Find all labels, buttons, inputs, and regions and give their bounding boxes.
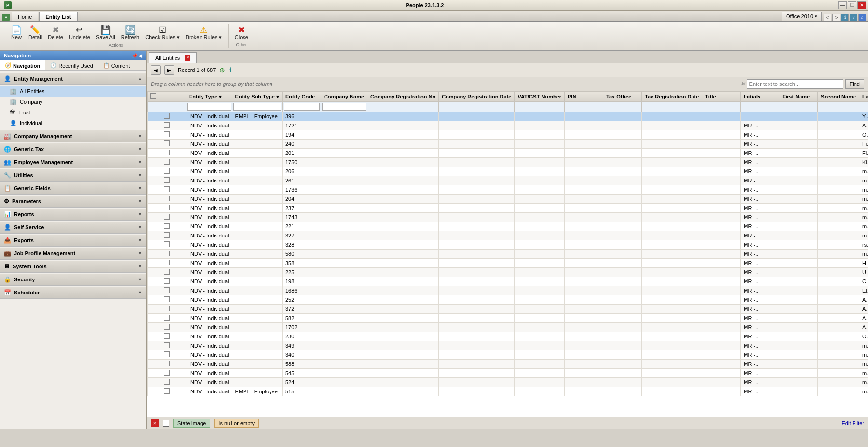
row-checkbox[interactable] bbox=[164, 351, 170, 357]
nav-section-header-company-management[interactable]: 🏭 Company Management ▼ bbox=[0, 130, 146, 142]
bottom-checkbox[interactable] bbox=[163, 420, 169, 427]
table-row[interactable]: INDV - Individual 198 MR -... C... bbox=[148, 277, 868, 286]
table-row[interactable]: INDV - Individual 372 MR -... A... bbox=[148, 305, 868, 314]
maximize-button[interactable]: ❐ bbox=[848, 1, 856, 9]
nav-section-header-employee-management[interactable]: 👥 Employee Management ▼ bbox=[0, 156, 146, 168]
nav-tab-recently-used[interactable]: 🕐Recently Used bbox=[45, 60, 98, 70]
undelete-button[interactable]: ↩ Undelete bbox=[67, 24, 93, 42]
table-row[interactable]: INDV - Individual 240 MR -... Fi... bbox=[148, 140, 868, 149]
row-checkbox[interactable] bbox=[164, 324, 170, 330]
nav-section-header-generic-fields[interactable]: 📋 Generic Fields ▼ bbox=[0, 182, 146, 195]
check-rules-button[interactable]: ☑ Check Rules ▾ bbox=[143, 24, 182, 42]
row-checkbox[interactable] bbox=[164, 113, 170, 119]
nav-tab-content[interactable]: 📋Content bbox=[98, 60, 136, 70]
table-row[interactable]: INDV - Individual 1750 MR -... Ki... bbox=[148, 158, 868, 167]
table-row[interactable]: INDV - Individual 524 MR -... m... bbox=[148, 378, 868, 387]
content-tab-close-button[interactable]: ✕ bbox=[185, 55, 190, 61]
row-checkbox[interactable] bbox=[164, 223, 170, 229]
find-button[interactable]: Find bbox=[845, 79, 864, 89]
th-vat-gst[interactable]: VAT/GST Number bbox=[515, 92, 565, 102]
nav-section-header-entity-management[interactable]: 👤 Entity Management ▲ bbox=[0, 73, 146, 85]
nav-tab-navigation[interactable]: 🧭Navigation bbox=[0, 60, 45, 70]
th-company-reg-date[interactable]: Company Registration Date bbox=[439, 92, 515, 102]
row-checkbox[interactable] bbox=[164, 306, 170, 311]
table-row[interactable]: INDV - Individual 221 MR -... m... bbox=[148, 222, 868, 231]
nav-item-individual[interactable]: 👤 Individual bbox=[0, 118, 146, 128]
row-checkbox[interactable] bbox=[164, 315, 170, 321]
row-checkbox[interactable] bbox=[164, 287, 170, 293]
row-checkbox[interactable] bbox=[164, 186, 170, 192]
table-row[interactable]: INDV - Individual 327 MR -... m... bbox=[148, 231, 868, 240]
tab-entity-list[interactable]: Entity List bbox=[39, 12, 77, 21]
delete-button[interactable]: ✖ Delete bbox=[45, 24, 66, 42]
row-checkbox[interactable] bbox=[164, 260, 170, 265]
table-row[interactable]: INDV - Individual 340 MR -... m... bbox=[148, 350, 868, 360]
nav-item-trust[interactable]: 🏛 Trust bbox=[0, 107, 146, 118]
table-row[interactable]: INDV - Individual 206 MR -... m... bbox=[148, 167, 868, 176]
detail-button[interactable]: ✏️ Detail bbox=[26, 24, 44, 42]
nav-collapse-button[interactable]: ◀ bbox=[138, 53, 142, 58]
table-row[interactable]: INDV - Individual 545 MR -... m... bbox=[148, 369, 868, 378]
th-last-name[interactable]: Last N bbox=[859, 92, 868, 102]
table-row[interactable]: INDV - Individual 252 MR -... A... bbox=[148, 295, 868, 305]
table-row[interactable]: INDV - Individual 204 MR -... m... bbox=[148, 195, 868, 204]
close-window-button[interactable]: ✕ bbox=[857, 1, 866, 9]
filter-sub-type[interactable] bbox=[232, 102, 282, 112]
row-checkbox[interactable] bbox=[164, 232, 170, 238]
nav-section-header-parameters[interactable]: ⚙ Parameters ▼ bbox=[0, 196, 146, 208]
table-row[interactable]: INDV - Individual 237 MR -... m... bbox=[148, 204, 868, 213]
filter-entity-type[interactable] bbox=[186, 102, 232, 112]
row-checkbox[interactable] bbox=[164, 122, 170, 128]
row-checkbox[interactable] bbox=[164, 278, 170, 284]
refresh-button[interactable]: 🔄 Refresh bbox=[119, 24, 142, 42]
table-row[interactable]: INDV - Individual 588 MR -... m... bbox=[148, 360, 868, 369]
row-checkbox[interactable] bbox=[164, 196, 170, 201]
th-tax-office[interactable]: Tax Office bbox=[603, 92, 642, 102]
table-row[interactable]: INDV - Individual 358 MR -... H... bbox=[148, 259, 868, 268]
th-selector[interactable] bbox=[148, 92, 186, 102]
nav-section-header-scheduler[interactable]: 📅 Scheduler ▼ bbox=[0, 287, 146, 299]
row-checkbox[interactable] bbox=[164, 269, 170, 275]
row-checkbox[interactable] bbox=[164, 333, 170, 339]
th-second-name[interactable]: Second Name bbox=[818, 92, 859, 102]
th-entity-type[interactable]: Entity Type ▾ bbox=[186, 92, 232, 102]
nav-back-button[interactable]: ◁ bbox=[824, 14, 831, 21]
table-row[interactable]: INDV - Individual 580 MR -... m... bbox=[148, 250, 868, 259]
table-row[interactable]: INDV - Individual 201 MR -... Fi... bbox=[148, 149, 868, 158]
th-pin[interactable]: PIN bbox=[565, 92, 603, 102]
broken-rules-button[interactable]: ⚠ Broken Rules ▾ bbox=[183, 24, 224, 42]
th-initials[interactable]: Initials bbox=[741, 92, 779, 102]
state-image-badge[interactable]: State Image bbox=[173, 419, 210, 428]
nav-section-header-self-service[interactable]: 👤 Self Service ▼ bbox=[0, 222, 146, 234]
th-company-reg-no[interactable]: Company Registration No bbox=[367, 92, 439, 102]
nav-section-header-job-profile-management[interactable]: 💼 Job Profile Management ▼ bbox=[0, 248, 146, 260]
row-checkbox[interactable] bbox=[164, 370, 170, 376]
row-checkbox[interactable] bbox=[164, 150, 170, 155]
nav-section-header-system-tools[interactable]: 🖥 System Tools ▼ bbox=[0, 261, 146, 273]
row-checkbox[interactable] bbox=[164, 342, 170, 348]
clear-search-button[interactable]: ✕ bbox=[740, 81, 745, 87]
tab-home[interactable]: Home bbox=[12, 12, 38, 21]
nav-pin-button[interactable]: 📌 bbox=[132, 53, 137, 58]
nav-item-company[interactable]: 🏢 Company bbox=[0, 97, 146, 107]
th-company-name[interactable]: Company Name bbox=[321, 92, 367, 102]
row-checkbox[interactable] bbox=[164, 379, 170, 385]
table-row[interactable]: INDV - Individual 349 MR -... m... bbox=[148, 341, 868, 350]
table-row[interactable]: INDV - Individual 1721 MR -... A... bbox=[148, 121, 868, 130]
row-checkbox[interactable] bbox=[164, 388, 170, 394]
nav-section-header-utilities[interactable]: 🔧 Utilities ▼ bbox=[0, 169, 146, 182]
content-tab-all-entities[interactable]: All Entities ✕ bbox=[149, 52, 197, 63]
th-first-name[interactable]: First Name bbox=[779, 92, 818, 102]
help-button[interactable]: ? bbox=[850, 14, 857, 21]
info-button[interactable]: ℹ bbox=[841, 14, 849, 21]
table-row[interactable]: INDV - Individual 1736 MR -... m... bbox=[148, 185, 868, 195]
table-row[interactable]: INDV - Individual 1743 MR -... m... bbox=[148, 213, 868, 222]
select-all-checkbox[interactable] bbox=[150, 93, 156, 99]
nav-section-header-security[interactable]: 🔒 Security ▼ bbox=[0, 274, 146, 286]
th-entity-sub-type[interactable]: Entity Sub Type ▾ bbox=[232, 92, 282, 102]
filter-company[interactable] bbox=[321, 102, 367, 112]
nav-section-header-generic-tax[interactable]: 🌐 Generic Tax ▼ bbox=[0, 143, 146, 155]
record-prev-button[interactable]: ◀ bbox=[151, 65, 161, 75]
nav-section-header-reports[interactable]: 📊 Reports ▼ bbox=[0, 209, 146, 221]
table-row[interactable]: INDV - Individual 261 MR -... m... bbox=[148, 176, 868, 185]
